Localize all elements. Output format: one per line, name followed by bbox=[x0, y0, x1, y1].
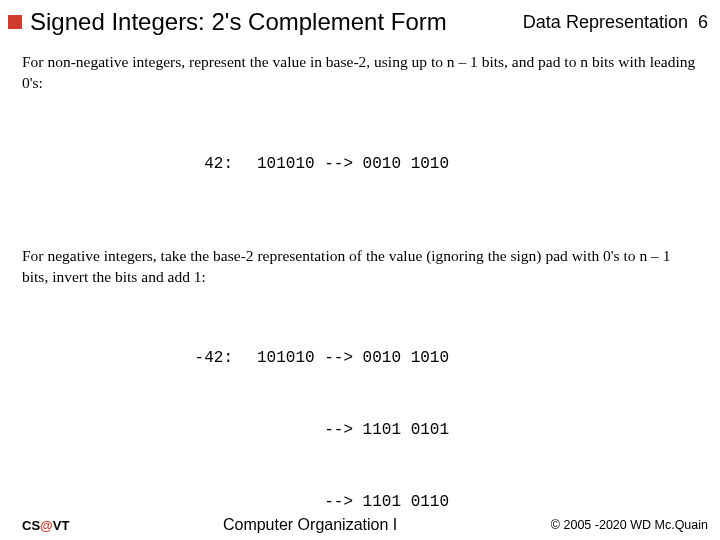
footer-cs: CS bbox=[22, 518, 40, 533]
code-row: 42: 101010 --> 0010 1010 bbox=[22, 152, 698, 176]
code-value: --> 1101 0101 bbox=[257, 418, 698, 442]
slide-footer: CS@VT Computer Organization I © 2005 -20… bbox=[0, 516, 720, 534]
code-row: --> 1101 0101 bbox=[22, 418, 698, 442]
footer-at: @ bbox=[40, 518, 53, 533]
footer-left: CS@VT bbox=[22, 518, 69, 533]
footer-vt: VT bbox=[53, 518, 70, 533]
page-number: 6 bbox=[698, 12, 708, 32]
code-label bbox=[22, 490, 257, 514]
code-row: -42: 101010 --> 0010 1010 bbox=[22, 346, 698, 370]
chapter-label: Data Representation 6 bbox=[523, 12, 708, 33]
code-label bbox=[22, 418, 257, 442]
paragraph-neg: For negative integers, take the base-2 r… bbox=[22, 246, 698, 288]
footer-course: Computer Organization I bbox=[69, 516, 550, 534]
code-neg: -42: 101010 --> 0010 1010 --> 1101 0101 … bbox=[22, 298, 698, 540]
chapter-name: Data Representation bbox=[523, 12, 688, 32]
code-value: --> 1101 0110 bbox=[257, 490, 698, 514]
slide-title: Signed Integers: 2's Complement Form bbox=[30, 8, 523, 36]
slide-header: Signed Integers: 2's Complement Form Dat… bbox=[0, 0, 720, 42]
code-row: --> 1101 0110 bbox=[22, 490, 698, 514]
header-bullet-icon bbox=[8, 15, 22, 29]
code-value: 101010 --> 0010 1010 bbox=[257, 346, 698, 370]
code-label: 42: bbox=[22, 152, 257, 176]
code-label: -42: bbox=[22, 346, 257, 370]
code-value: 101010 --> 0010 1010 bbox=[257, 152, 698, 176]
paragraph-nonneg: For non-negative integers, represent the… bbox=[22, 52, 698, 94]
code-nonneg: 42: 101010 --> 0010 1010 bbox=[22, 104, 698, 224]
footer-copyright: © 2005 -2020 WD Mc.Quain bbox=[551, 518, 708, 532]
slide-content: For non-negative integers, represent the… bbox=[0, 42, 720, 540]
